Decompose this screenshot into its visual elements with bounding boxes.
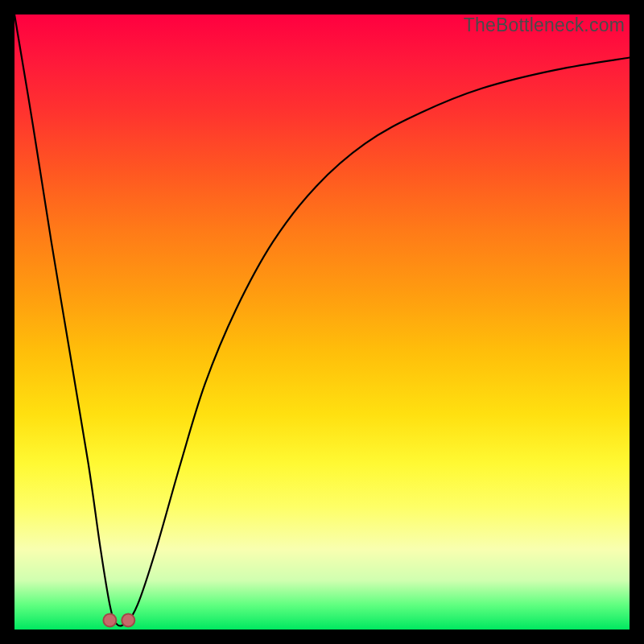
trough-marker bbox=[103, 614, 116, 627]
trough-marker bbox=[122, 614, 134, 627]
chart-svg bbox=[14, 14, 630, 630]
plot-area: TheBottleneck.com bbox=[14, 14, 630, 630]
bottleneck-curve bbox=[14, 14, 630, 625]
chart-frame: TheBottleneck.com bbox=[0, 0, 644, 644]
